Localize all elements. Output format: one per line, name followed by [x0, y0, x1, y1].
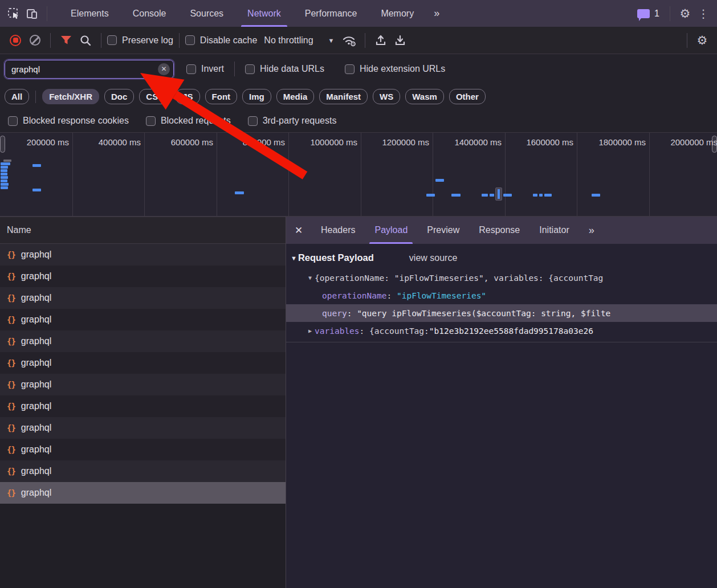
filter-chip-doc[interactable]: Doc [104, 89, 134, 104]
detail-tab-payload[interactable]: Payload [365, 217, 417, 244]
expander-icon[interactable]: ▶ [305, 328, 315, 334]
import-har-icon[interactable] [371, 31, 390, 50]
filter-chip-manifest[interactable]: Manifest [319, 89, 368, 104]
payload-query-row[interactable]: query: "query ipFlowTimeseries($accountT… [286, 304, 717, 322]
filter-chip-other[interactable]: Other [449, 89, 486, 104]
request-name: graphql [21, 379, 51, 390]
filter-chip-font[interactable]: Font [205, 89, 237, 104]
kebab-menu-icon[interactable]: ⋮ [694, 5, 712, 23]
hide-extension-urls-checkbox[interactable] [345, 64, 355, 74]
filter-chip-ws[interactable]: WS [373, 89, 400, 104]
view-source-link[interactable]: view source [409, 253, 457, 263]
blocked-response-cookies-checkbox-item[interactable]: Blocked response cookies [8, 116, 129, 126]
settings-gear-icon[interactable]: ⚙ [676, 5, 694, 23]
detail-tab-headers[interactable]: Headers [311, 217, 365, 244]
3rd-party-requests-checkbox[interactable] [248, 116, 258, 126]
divider [687, 33, 687, 48]
invert-checkbox-item[interactable]: Invert [186, 64, 224, 74]
throttling-value: No throttling [264, 35, 313, 46]
tab-console[interactable]: Console [121, 0, 178, 27]
request-row[interactable]: {}graphql [0, 417, 286, 439]
clear-network-log-button[interactable] [25, 31, 44, 50]
invert-label: Invert [201, 64, 224, 74]
request-row[interactable]: {}graphql [0, 244, 286, 266]
waterfall-bar [32, 189, 41, 191]
filter-chip-media[interactable]: Media [276, 89, 315, 104]
blocked-response-cookies-checkbox[interactable] [8, 116, 18, 126]
issues-counter[interactable]: 1 [633, 9, 664, 19]
blocked-requests-checkbox-item[interactable]: Blocked requests [146, 116, 231, 126]
tab-performance[interactable]: Performance [293, 0, 369, 27]
filter-row: ✕ Invert Hide data URLs Hide extension U… [0, 54, 717, 84]
name-column-header[interactable]: Name [0, 217, 286, 244]
clear-filter-icon[interactable]: ✕ [158, 63, 170, 75]
close-details-icon[interactable]: ✕ [286, 224, 311, 236]
payload-preview-row[interactable]: ▼ {operationName: "ipFlowTimeseries", va… [286, 269, 717, 287]
request-row[interactable]: {}graphql [0, 374, 286, 395]
filter-chip-wasm[interactable]: Wasm [405, 89, 444, 104]
request-row[interactable]: {}graphql [0, 330, 286, 352]
more-detail-tabs-icon[interactable]: » [579, 217, 603, 244]
expander-icon[interactable]: ▼ [305, 275, 315, 281]
preserve-log-checkbox-item[interactable]: Preserve log [107, 35, 173, 46]
filter-chip-all[interactable]: All [5, 89, 29, 104]
network-overview-timeline[interactable]: 200000 ms400000 ms600000 ms800000 ms1000… [0, 132, 717, 217]
device-toolbar-icon[interactable] [23, 5, 41, 23]
payload-variables-row[interactable]: ▶ variables: {accountTag: "b12e3b2192ee5… [286, 322, 717, 340]
filter-chip-img[interactable]: Img [242, 89, 271, 104]
request-row[interactable]: {}graphql [0, 460, 286, 482]
record-network-log-button[interactable] [6, 31, 25, 50]
timeline-tick-label: 1400000 ms [419, 137, 502, 147]
blocked-requests-checkbox[interactable] [146, 116, 156, 126]
tab-sources[interactable]: Sources [178, 0, 235, 27]
3rd-party-requests-checkbox-item[interactable]: 3rd-party requests [248, 116, 337, 126]
filter-input[interactable] [5, 60, 174, 79]
detail-tab-response[interactable]: Response [469, 217, 529, 244]
divider [234, 62, 235, 76]
json-braces-icon: {} [7, 337, 15, 346]
throttling-select[interactable]: No throttling ▼ [264, 35, 334, 46]
request-type-filter-chips: AllFetch/XHRDocCSSJSFontImgMediaManifest… [0, 84, 717, 109]
divider [47, 6, 47, 21]
request-row[interactable]: {}graphql [0, 395, 286, 417]
request-row[interactable]: {}graphql [0, 266, 286, 287]
more-panels-icon[interactable]: » [426, 0, 446, 27]
network-conditions-icon[interactable] [340, 31, 359, 50]
request-row[interactable]: {}graphql [0, 439, 286, 460]
hide-data-urls-checkbox[interactable] [245, 64, 255, 74]
network-settings-gear-icon[interactable]: ⚙ [693, 31, 711, 50]
tab-network[interactable]: Network [235, 0, 293, 27]
inspect-element-icon[interactable] [5, 5, 23, 23]
request-row[interactable]: {}graphql [0, 482, 286, 504]
filter-funnel-icon[interactable] [56, 31, 76, 50]
request-row[interactable]: {}graphql [0, 287, 286, 309]
search-icon[interactable] [76, 31, 95, 50]
filter-chip-js[interactable]: JS [176, 89, 199, 104]
requests-panel: Name {}graphql{}graphql{}graphql{}graphq… [0, 217, 286, 588]
filter-chip-css[interactable]: CSS [139, 89, 170, 104]
waterfall-bar [32, 164, 41, 167]
waterfall-bar [1, 173, 7, 175]
request-name: graphql [21, 423, 51, 433]
payload-operation-row[interactable]: operationName: "ipFlowTimeseries" [286, 287, 717, 304]
json-braces-icon: {} [7, 250, 15, 259]
hide-extension-urls-checkbox-item[interactable]: Hide extension URLs [345, 64, 445, 74]
tab-memory[interactable]: Memory [369, 0, 426, 27]
timeline-tick-label: 2000000 ms [635, 137, 717, 147]
hide-data-urls-checkbox-item[interactable]: Hide data URLs [245, 64, 324, 74]
tab-elements[interactable]: Elements [59, 0, 121, 27]
invert-checkbox[interactable] [186, 64, 196, 74]
disable-cache-checkbox-item[interactable]: Disable cache [185, 35, 258, 46]
disable-cache-label: Disable cache [200, 35, 258, 46]
detail-tab-initiator[interactable]: Initiator [529, 217, 579, 244]
export-har-icon[interactable] [390, 31, 410, 50]
preserve-log-checkbox[interactable] [107, 35, 117, 45]
request-row[interactable]: {}graphql [0, 352, 286, 374]
disable-cache-checkbox[interactable] [185, 35, 195, 45]
request-row[interactable]: {}graphql [0, 309, 286, 330]
devtools-tab-bar: ElementsConsoleSourcesNetworkPerformance… [0, 0, 717, 27]
detail-tab-preview[interactable]: Preview [417, 217, 469, 244]
filter-chip-fetchxhr[interactable]: Fetch/XHR [42, 89, 99, 104]
timeline-tick-label: 1600000 ms [491, 137, 573, 147]
section-expander-icon[interactable]: ▼ [291, 255, 297, 262]
